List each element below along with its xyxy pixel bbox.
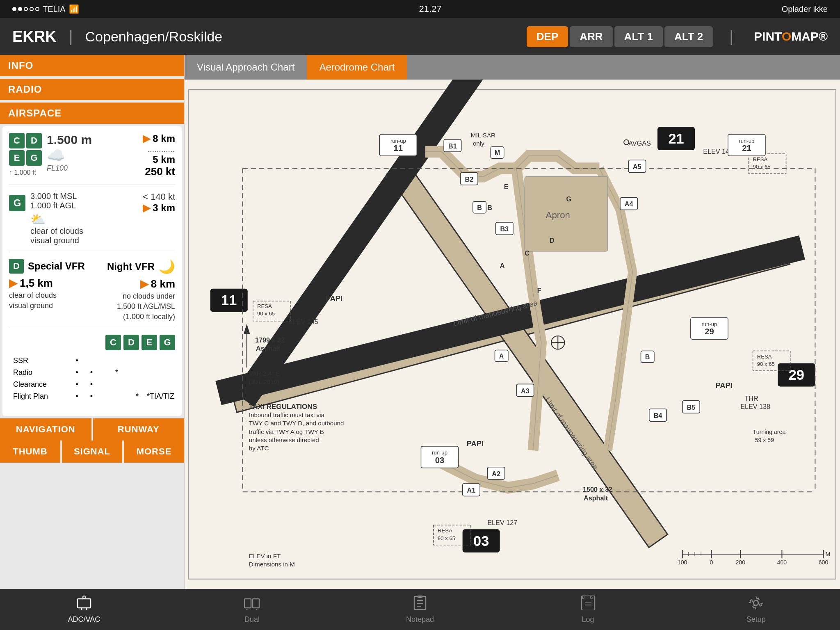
signal-dots — [12, 7, 39, 11]
tab-aerodrome[interactable]: Aerodrome Chart — [307, 55, 407, 80]
nav-label-log: Log — [582, 615, 594, 624]
svg-text:Asphalt: Asphalt — [584, 494, 608, 502]
svg-text:Apron: Apron — [546, 210, 570, 220]
nav-item-adcvac[interactable]: ADC/VAC — [43, 596, 125, 624]
kt-limit: < 140 kt — [143, 192, 175, 202]
badge-g: G — [26, 150, 42, 166]
equip-clear-d: • — [87, 379, 100, 390]
equip-fp-g: * *TIA/TIZ — [112, 391, 174, 402]
chart-tabs: Visual Approach Chart Aerodrome Chart — [185, 55, 840, 80]
dot2 — [18, 7, 22, 11]
morse-button[interactable]: MORSE — [124, 441, 184, 463]
info-section: INFO — [0, 55, 184, 76]
svg-text:THR: THR — [744, 395, 758, 402]
charging-status: Oplader ikke — [782, 5, 828, 14]
svg-text:B5: B5 — [687, 404, 696, 411]
equip-row-flightplan: Flight Plan • • * *TIA/TIZ — [10, 391, 174, 402]
fl100: FL100 — [47, 164, 138, 173]
vis-dotted: ............ — [143, 144, 175, 154]
svg-text:90 x 65: 90 x 65 — [757, 361, 775, 367]
dot1 — [12, 7, 16, 11]
nav-item-setup[interactable]: Setup — [715, 596, 797, 624]
vis-5km: 5 km — [143, 154, 175, 165]
tab-alt2[interactable]: ALT 2 — [664, 26, 713, 47]
nav-item-dual[interactable]: Dual — [211, 596, 293, 624]
cloud-info-1: 1.500 m ☁️ FL100 — [47, 133, 138, 173]
svg-text:600: 600 — [819, 559, 829, 566]
thumb-button[interactable]: THUMB — [0, 441, 60, 463]
equip-row-ssr: SSR • — [10, 355, 174, 366]
dot5 — [35, 7, 39, 11]
speed-250kt: 250 kt — [143, 165, 175, 178]
vis-3km-label: 3 km — [153, 202, 175, 214]
svg-text:RESA: RESA — [438, 527, 452, 534]
equipment-table: SSR • Radio • • * — [9, 354, 175, 403]
svg-text:A: A — [499, 352, 504, 360]
navigation-button[interactable]: NAVIGATION — [0, 418, 91, 441]
svg-text:run-up: run-up — [739, 138, 754, 144]
tab-dep[interactable]: DEP — [527, 26, 568, 47]
svg-rect-145 — [418, 596, 422, 598]
svg-text:B: B — [477, 204, 482, 211]
svg-text:RESA: RESA — [757, 354, 772, 360]
clear-text-2: visual ground — [30, 236, 138, 245]
equip-badge-g: G — [160, 335, 175, 350]
svg-text:03: 03 — [473, 533, 489, 549]
vis-8km-label: 8 km — [153, 133, 175, 144]
equip-ssr-e — [101, 355, 111, 366]
equip-fp-e — [101, 391, 111, 402]
radio-section: RADIO — [0, 79, 184, 100]
tab-alt1[interactable]: ALT 1 — [614, 26, 663, 47]
nvfr-vis: ▶ 8 km — [96, 278, 176, 290]
adcvac-icon — [76, 596, 92, 614]
svg-text:Turning area: Turning area — [753, 429, 786, 435]
svg-text:200: 200 — [735, 559, 745, 566]
altitude-1500: 1.500 m — [47, 133, 138, 147]
svg-text:VAR 2.4° E: VAR 2.4° E — [249, 370, 280, 377]
nvfr-desc-3: (1.000 ft locally) — [96, 313, 176, 321]
cloud-info-2: 3.000 ft MSL 1.000 ft AGL ⛅ clear of clo… — [30, 192, 138, 245]
cdeg-badges-row: C D E G — [9, 335, 175, 350]
vis-arrow-2: ▶ — [143, 202, 150, 214]
tab-visual-approach[interactable]: Visual Approach Chart — [185, 55, 307, 80]
svg-text:PAPI: PAPI — [326, 294, 342, 303]
chart-area[interactable]: Apron 11 29 03 21 Limit of m — [185, 80, 840, 589]
airspace-header[interactable]: AIRSPACE — [0, 103, 184, 124]
runway-button[interactable]: RUNWAY — [93, 418, 185, 441]
nav-item-log[interactable]: Log — [547, 596, 629, 624]
nvfr-title: Night VFR — [107, 261, 155, 272]
carrier-label: TELIA — [43, 5, 66, 14]
nav-label-notepad: Notepad — [406, 615, 434, 624]
svg-text:C: C — [525, 249, 530, 257]
night-vfr-col: Night VFR 🌙 ▶ 8 km no clouds under 1.500… — [96, 259, 176, 321]
svg-text:29: 29 — [789, 367, 804, 383]
equip-row-clearance: Clearance • • — [10, 379, 174, 390]
svg-text:RESA: RESA — [753, 156, 768, 162]
svg-text:B2: B2 — [465, 176, 473, 183]
svg-text:E: E — [504, 183, 509, 190]
svg-text:traffic via TWY A og TWY B: traffic via TWY A og TWY B — [249, 428, 324, 435]
svg-text:run-up: run-up — [432, 450, 447, 456]
vis-3km: ▶ 3 km — [143, 202, 175, 214]
svg-text:ELEV 145: ELEV 145 — [288, 318, 318, 325]
nvfr-desc-2: 1.500 ft AGL/MSL — [96, 302, 176, 311]
nav-item-notepad[interactable]: Notepad — [379, 596, 461, 624]
svg-text:B: B — [487, 204, 492, 211]
svg-text:90 x 65: 90 x 65 — [753, 164, 771, 170]
svg-text:A5: A5 — [633, 163, 641, 170]
equip-ssr-d — [87, 355, 100, 366]
info-header[interactable]: INFO — [0, 55, 184, 76]
msl-text: 3.000 ft MSL — [30, 192, 138, 201]
signal-button[interactable]: SIGNAL — [62, 441, 122, 463]
svg-text:only: only — [473, 140, 484, 147]
equip-ssr-g — [112, 355, 174, 366]
nvfr-desc-1: no clouds under — [96, 292, 176, 301]
tab-arr[interactable]: ARR — [570, 26, 612, 47]
cloud-icon-1: ☁️ — [47, 147, 138, 164]
svg-text:90 x 65: 90 x 65 — [438, 535, 455, 541]
svg-text:A: A — [500, 262, 505, 269]
vis-5km-label: 5 km — [153, 154, 175, 165]
radio-header[interactable]: RADIO — [0, 79, 184, 100]
nav-label-dual: Dual — [244, 615, 260, 624]
equipment-row: C D E G SSR • Ra — [9, 328, 175, 409]
